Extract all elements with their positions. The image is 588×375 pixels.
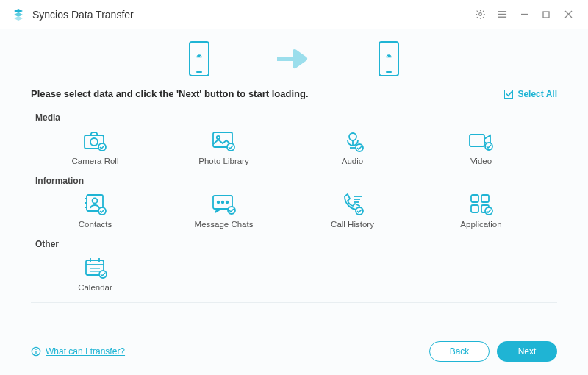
svg-point-53 (35, 349, 37, 350)
back-button[interactable]: Back (429, 341, 490, 362)
photo-icon (211, 130, 237, 152)
footer: What can I transfer? Back Next (0, 341, 588, 362)
svg-point-16 (216, 136, 219, 139)
maximize-button[interactable] (535, 4, 557, 26)
other-grid: Calendar (31, 254, 557, 295)
svg-point-18 (349, 133, 356, 140)
menu-button[interactable] (491, 4, 513, 26)
section-other-label: Other (35, 239, 557, 249)
main-content: Please select data and click the 'Next' … (0, 88, 588, 303)
item-label: Video (470, 157, 492, 165)
item-label: Calendar (78, 283, 112, 292)
item-camera-roll[interactable]: Camera Roll (31, 127, 159, 168)
item-contacts[interactable]: Contacts (31, 190, 159, 232)
svg-rect-41 (471, 205, 478, 213)
transfer-banner (0, 29, 588, 88)
item-video[interactable]: Video (417, 127, 545, 168)
item-label: Message Chats (195, 220, 254, 229)
item-message-chats[interactable]: Message Chats (159, 190, 288, 232)
divider (31, 302, 557, 303)
info-icon (31, 346, 41, 357)
svg-point-31 (217, 201, 219, 204)
item-application[interactable]: Application (417, 190, 545, 232)
select-all-label: Select All (517, 89, 557, 99)
item-label: Contacts (79, 220, 112, 229)
select-all-checkbox[interactable]: Select All (504, 89, 557, 99)
item-calendar[interactable]: Calendar (31, 254, 159, 295)
item-audio[interactable]: Audio (288, 127, 417, 168)
titlebar: Syncios Data Transfer (0, 0, 588, 29)
next-button[interactable]: Next (497, 341, 557, 362)
checkbox-icon (504, 90, 513, 99)
apps-icon (468, 193, 495, 215)
svg-point-11 (390, 56, 390, 57)
close-button[interactable] (557, 4, 579, 26)
svg-point-9 (200, 56, 201, 57)
instruction-text: Please select data and click the 'Next' … (31, 88, 309, 99)
audio-icon (340, 130, 366, 152)
arrow-right-icon (276, 48, 312, 70)
item-photo-library[interactable]: Photo Library (159, 127, 288, 168)
item-label: Photo Library (198, 157, 248, 165)
minimize-button[interactable] (513, 4, 535, 26)
section-information-label: Information (35, 176, 557, 186)
svg-point-10 (387, 56, 388, 57)
item-label: Camera Roll (72, 157, 119, 165)
svg-point-25 (92, 199, 97, 204)
camera-icon (82, 130, 109, 152)
svg-point-33 (226, 201, 228, 204)
svg-rect-5 (543, 12, 549, 18)
item-label: Audio (342, 157, 363, 165)
information-grid: Contacts Message Chats Call History Appl… (31, 190, 557, 232)
svg-rect-40 (481, 195, 489, 202)
contacts-icon (82, 193, 109, 215)
call-history-icon (340, 193, 366, 215)
app-logo-icon (12, 8, 25, 21)
video-icon (468, 130, 495, 152)
calendar-icon (82, 257, 109, 279)
message-icon (211, 193, 237, 215)
app-title: Syncios Data Transfer (32, 9, 134, 21)
media-grid: Camera Roll Photo Library Audio Video (31, 127, 557, 168)
svg-rect-39 (471, 195, 478, 202)
item-call-history[interactable]: Call History (288, 190, 417, 232)
settings-button[interactable] (469, 4, 491, 26)
svg-point-32 (221, 201, 223, 204)
svg-point-0 (478, 13, 481, 16)
item-label: Call History (331, 220, 374, 229)
source-phone-icon (189, 41, 209, 76)
target-phone-icon (379, 41, 399, 76)
svg-point-13 (90, 138, 98, 146)
svg-point-8 (198, 56, 198, 57)
svg-rect-22 (470, 135, 484, 146)
section-media-label: Media (35, 113, 557, 123)
help-link[interactable]: What can I transfer? (31, 346, 125, 357)
help-label: What can I transfer? (46, 346, 125, 357)
item-label: Application (460, 220, 501, 229)
